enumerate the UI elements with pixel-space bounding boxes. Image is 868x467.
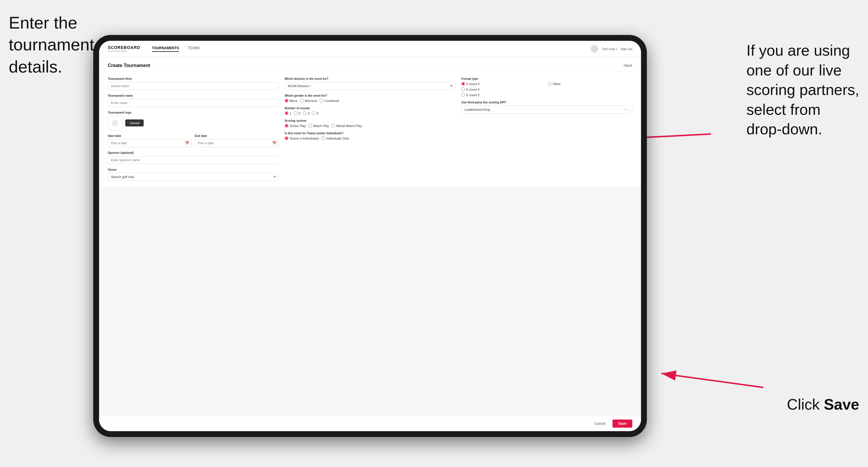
api-clear-icon[interactable]: × <box>624 107 626 112</box>
round-4[interactable]: 4 <box>312 111 318 115</box>
scoring-stroke[interactable]: Stroke Play <box>285 124 306 128</box>
brand-logo: SCOREBOARD Powered by clippit <box>108 45 140 53</box>
save-button[interactable]: Save <box>613 419 632 428</box>
nav-teams[interactable]: TEAMS <box>188 46 199 52</box>
format-6count4-radio[interactable] <box>461 87 465 91</box>
back-button[interactable]: Back <box>622 63 632 68</box>
tablet-screen: SCOREBOARD Powered by clippit TOURNAMENT… <box>99 41 641 431</box>
scoring-stroke-label: Stroke Play <box>290 124 306 128</box>
division-group: Which division is the event for? NCAA Di… <box>285 77 456 90</box>
logo-upload-area: Upload <box>108 116 279 130</box>
round-3[interactable]: 3 <box>303 111 309 115</box>
gender-womens-radio[interactable] <box>300 99 304 102</box>
scoring-label: Scoring system <box>285 119 456 122</box>
sponsor-input[interactable] <box>108 156 279 164</box>
form-footer: Cancel Save <box>99 416 641 431</box>
format-other-radio[interactable] <box>548 82 552 86</box>
scoring-group: Scoring system Stroke Play Match Play <box>285 119 456 128</box>
form-container: Create Tournament Back Tournament Host T… <box>99 57 641 187</box>
round-3-radio[interactable] <box>303 111 307 115</box>
individuals-only-radio[interactable] <box>321 136 325 140</box>
cancel-button[interactable]: Cancel <box>591 419 610 428</box>
logo-placeholder <box>108 116 122 130</box>
start-date-wrap: 📅 <box>108 139 192 147</box>
individuals-only[interactable]: Individuals Only <box>321 136 349 140</box>
api-group: Use third-party live scoring API? × ⌄ <box>461 101 632 114</box>
format-other-label: Other <box>553 82 561 86</box>
sponsor-label: Sponsor (optional) <box>108 151 279 154</box>
gender-combined[interactable]: Combined <box>320 99 339 102</box>
format-5count4-radio[interactable] <box>461 82 465 86</box>
annotation-live-scoring: If you are usingone of our livescoring p… <box>746 41 859 139</box>
scoring-medal-radio[interactable] <box>331 124 335 128</box>
format-6count4[interactable]: 6 count 4 <box>461 87 546 91</box>
nav-tournaments[interactable]: TOURNAMENTS <box>152 46 179 52</box>
navbar: SCOREBOARD Powered by clippit TOURNAMENT… <box>99 41 641 57</box>
division-label: Which division is the event for? <box>285 77 456 81</box>
start-date-input[interactable] <box>108 139 192 147</box>
format-6count5-label: 6 count 5 <box>466 93 479 97</box>
annotation-click-save: Click Save <box>787 395 859 414</box>
round-1[interactable]: 1 <box>285 111 291 115</box>
scoring-medal[interactable]: Medal Match Play <box>331 124 362 128</box>
individuals-only-label: Individuals Only <box>326 137 349 140</box>
format-group: Format type 5 count 4 Other <box>461 77 632 97</box>
scoring-match-radio[interactable] <box>308 124 312 128</box>
gender-mens-radio[interactable] <box>285 99 288 102</box>
rounds-radio-group: 1 2 3 <box>285 111 456 115</box>
division-select[interactable]: NCAA Division I <box>285 82 456 90</box>
scoring-match-label: Match Play <box>313 124 329 128</box>
user-name: Test User | <box>602 47 617 51</box>
api-select-input[interactable] <box>461 105 632 114</box>
end-date-wrap: 📅 <box>195 139 279 147</box>
scoring-radio-group: Stroke Play Match Play Medal Match Play <box>285 124 456 128</box>
user-avatar <box>591 45 598 53</box>
api-select-wrap: × ⌄ <box>461 105 632 114</box>
gender-combined-radio[interactable] <box>320 99 323 102</box>
round-3-label: 3 <box>308 112 309 115</box>
gender-radio-group: Mens Womens Combined <box>285 99 456 102</box>
format-type-grid: 5 count 4 Other 6 count 4 <box>461 82 632 97</box>
round-4-label: 4 <box>317 112 318 115</box>
gender-mens[interactable]: Mens <box>285 99 298 102</box>
format-5count4[interactable]: 5 count 4 <box>461 82 546 86</box>
host-group: Tournament Host <box>108 77 279 90</box>
gender-womens[interactable]: Womens <box>300 99 317 102</box>
round-2-radio[interactable] <box>294 111 298 115</box>
teams-plus-radio[interactable] <box>285 136 288 140</box>
gender-womens-label: Womens <box>305 99 317 102</box>
form-columns: Tournament Host Tournament name Tourname… <box>108 77 632 181</box>
teams-plus-individuals[interactable]: Teams (+Individuals) <box>285 136 319 140</box>
scoring-medal-label: Medal Match Play <box>336 124 362 128</box>
api-dropdown-icon[interactable]: ⌄ <box>628 107 630 112</box>
signout-link[interactable]: Sign out <box>621 47 632 51</box>
name-input[interactable] <box>108 99 279 107</box>
api-label: Use third-party live scoring API? <box>461 101 632 104</box>
format-6count5[interactable]: 6 count 5 <box>461 93 546 97</box>
venue-label: Venue <box>108 168 279 171</box>
round-2[interactable]: 2 <box>294 111 301 115</box>
format-other[interactable]: Other <box>548 82 632 86</box>
format-label: Format type <box>461 77 632 81</box>
scoring-match[interactable]: Match Play <box>308 124 329 128</box>
format-6count5-radio[interactable] <box>461 93 465 97</box>
navbar-user-area: Test User | Sign out <box>591 45 632 53</box>
upload-button[interactable]: Upload <box>125 119 144 126</box>
scoring-stroke-radio[interactable] <box>285 124 288 128</box>
start-date-icon: 📅 <box>185 141 189 145</box>
brand-title: SCOREBOARD <box>108 45 140 50</box>
round-1-radio[interactable] <box>285 111 288 115</box>
api-select-icons: × ⌄ <box>624 107 630 112</box>
venue-select[interactable]: Search golf club <box>108 173 279 181</box>
end-date-input[interactable] <box>195 139 279 147</box>
venue-group: Venue Search golf club <box>108 168 279 181</box>
format-6count4-label: 6 count 4 <box>466 88 479 91</box>
host-input[interactable] <box>108 82 279 90</box>
gender-combined-label: Combined <box>324 99 339 102</box>
round-4-radio[interactable] <box>312 111 315 115</box>
date-fields: Start date 📅 End date 📅 <box>108 134 279 147</box>
start-date-label: Start date <box>108 134 192 137</box>
teams-plus-label: Teams (+Individuals) <box>290 137 319 140</box>
teams-group: Is this event for Teams and/or Individua… <box>285 132 456 140</box>
start-date-group: Start date 📅 <box>108 134 192 147</box>
